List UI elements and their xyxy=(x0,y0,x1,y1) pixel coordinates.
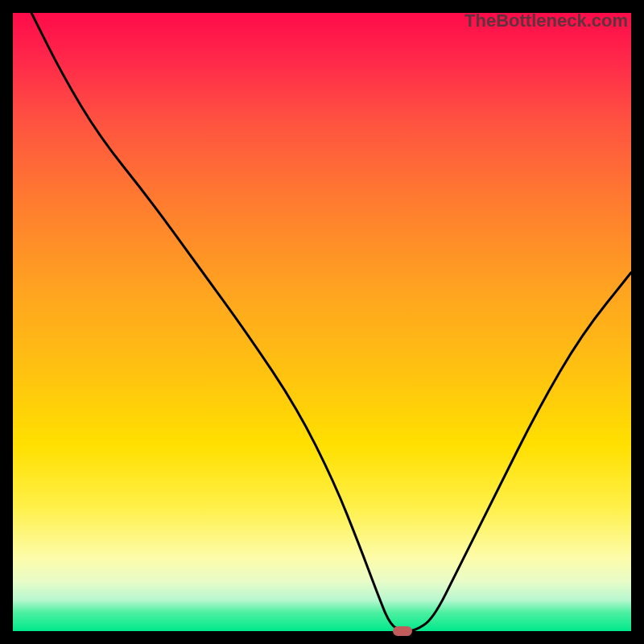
chart-frame: TheBottleneck.com xyxy=(0,0,644,644)
chart-plot-area: TheBottleneck.com xyxy=(13,13,631,631)
bottleneck-marker xyxy=(393,626,412,636)
bottleneck-curve xyxy=(13,13,631,631)
